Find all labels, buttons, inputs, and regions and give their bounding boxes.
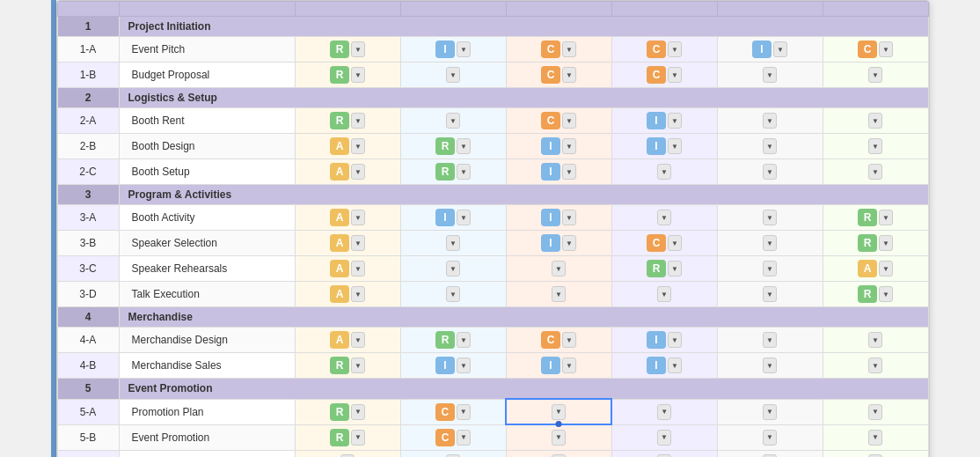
dropdown-arrow-icon[interactable]: ▼	[446, 67, 460, 83]
dropdown-arrow-icon[interactable]: ▼	[868, 138, 882, 154]
dropdown-arrow-icon[interactable]: ▼	[552, 430, 566, 446]
dropdown-arrow-icon[interactable]: ▼	[763, 67, 777, 83]
raci-cell[interactable]: I▼	[400, 353, 506, 379]
dropdown-arrow-icon[interactable]: ▼	[351, 430, 365, 446]
raci-cell[interactable]: R▼	[295, 353, 400, 379]
dropdown-arrow-icon[interactable]: ▼	[763, 430, 777, 446]
dropdown-arrow-icon[interactable]: ▼	[763, 210, 777, 225]
raci-cell[interactable]: ▼	[823, 134, 928, 159]
raci-cell[interactable]: C▼	[400, 399, 506, 424]
dropdown-arrow-icon[interactable]: ▼	[351, 261, 365, 276]
dropdown-arrow-icon[interactable]: ▼	[763, 164, 777, 180]
raci-cell[interactable]: ▼	[823, 353, 928, 379]
raci-cell[interactable]: ▼	[611, 282, 717, 307]
dropdown-arrow-icon[interactable]: ▼	[868, 430, 882, 446]
raci-cell[interactable]: R▼	[400, 134, 506, 159]
dropdown-arrow-icon[interactable]: ▼	[763, 138, 777, 154]
raci-cell[interactable]: C▼	[611, 37, 717, 63]
dropdown-arrow-icon[interactable]: ▼	[351, 41, 365, 57]
raci-cell[interactable]: ▼	[717, 282, 823, 307]
dropdown-arrow-icon[interactable]: ▼	[351, 235, 365, 251]
dropdown-arrow-icon[interactable]: ▼	[562, 235, 576, 251]
dropdown-arrow-icon[interactable]: ▼	[562, 332, 576, 348]
dropdown-arrow-icon[interactable]: ▼	[457, 41, 471, 57]
dropdown-arrow-icon[interactable]: ▼	[351, 164, 365, 180]
raci-cell[interactable]: ▼	[823, 399, 928, 424]
dropdown-arrow-icon[interactable]: ▼	[657, 404, 671, 420]
dropdown-arrow-icon[interactable]: ▼	[351, 67, 365, 83]
dropdown-arrow-icon[interactable]: ▼	[562, 357, 576, 373]
dropdown-arrow-icon[interactable]: ▼	[351, 404, 365, 420]
dropdown-arrow-icon[interactable]: ▼	[457, 430, 471, 446]
raci-cell[interactable]: A▼	[295, 134, 400, 159]
raci-cell[interactable]: ▼	[717, 424, 823, 450]
raci-cell[interactable]: I▼	[611, 108, 717, 134]
dropdown-arrow-icon[interactable]: ▼	[562, 41, 576, 57]
dropdown-arrow-icon[interactable]: ▼	[446, 454, 460, 458]
dropdown-arrow-icon[interactable]: ▼	[763, 404, 777, 420]
raci-cell[interactable]: ▼	[611, 205, 717, 231]
raci-cell[interactable]: R▼	[295, 63, 400, 88]
dropdown-arrow-icon[interactable]: ▼	[457, 332, 471, 348]
dropdown-arrow-icon[interactable]: ▼	[763, 454, 777, 458]
raci-cell[interactable]: R▼	[823, 282, 928, 307]
dropdown-arrow-icon[interactable]: ▼	[657, 454, 671, 458]
raci-cell[interactable]: ▼	[823, 63, 928, 88]
raci-cell[interactable]: ▼	[717, 205, 823, 231]
raci-cell[interactable]: ▼	[717, 134, 823, 159]
raci-cell[interactable]: ▼	[717, 256, 823, 282]
dropdown-arrow-icon[interactable]: ▼	[657, 430, 671, 446]
raci-cell[interactable]: ▼	[506, 282, 611, 307]
dropdown-arrow-icon[interactable]: ▼	[668, 67, 682, 83]
raci-cell[interactable]: I▼	[506, 205, 611, 231]
raci-cell[interactable]: C▼	[400, 424, 506, 450]
dropdown-arrow-icon[interactable]: ▼	[351, 113, 365, 129]
raci-cell[interactable]: ▼	[506, 256, 611, 282]
raci-cell[interactable]: C▼	[611, 63, 717, 88]
raci-cell[interactable]: ▼	[717, 353, 823, 379]
raci-cell[interactable]: C▼	[611, 231, 717, 256]
dropdown-arrow-icon[interactable]: ▼	[562, 113, 576, 129]
dropdown-arrow-icon[interactable]: ▼	[763, 235, 777, 251]
raci-cell[interactable]: ▼	[295, 450, 400, 457]
dropdown-arrow-icon[interactable]: ▼	[868, 113, 882, 129]
raci-cell[interactable]: ▼	[400, 231, 506, 256]
raci-cell[interactable]: I▼	[400, 205, 506, 231]
dropdown-arrow-icon[interactable]: ▼	[763, 332, 777, 348]
dropdown-arrow-icon[interactable]: ▼	[446, 286, 460, 302]
raci-cell[interactable]: ▼	[400, 450, 506, 457]
dropdown-arrow-icon[interactable]: ▼	[668, 332, 682, 348]
raci-cell[interactable]: I▼	[611, 328, 717, 353]
dropdown-arrow-icon[interactable]: ▼	[668, 113, 682, 129]
raci-cell[interactable]: ▼	[611, 424, 717, 450]
raci-cell[interactable]: I▼	[611, 353, 717, 379]
raci-cell[interactable]: I▼	[506, 231, 611, 256]
dropdown-arrow-icon[interactable]: ▼	[763, 286, 777, 302]
raci-cell[interactable]: ▼	[823, 108, 928, 134]
dropdown-arrow-icon[interactable]: ▼	[562, 164, 576, 180]
dropdown-arrow-icon[interactable]: ▼	[657, 164, 671, 180]
dropdown-arrow-icon[interactable]: ▼	[457, 164, 471, 180]
raci-cell[interactable]: A▼	[295, 256, 400, 282]
dropdown-arrow-icon[interactable]: ▼	[446, 113, 460, 129]
dropdown-arrow-icon[interactable]: ▼	[668, 41, 682, 57]
raci-cell[interactable]: ▼	[717, 108, 823, 134]
raci-cell[interactable]: ▼	[717, 328, 823, 353]
raci-cell[interactable]: ▼	[717, 159, 823, 185]
raci-cell[interactable]: I▼	[506, 134, 611, 159]
raci-cell[interactable]: A▼	[823, 256, 928, 282]
dropdown-arrow-icon[interactable]: ▼	[879, 210, 893, 225]
dropdown-arrow-icon[interactable]: ▼	[457, 357, 471, 373]
dropdown-arrow-icon[interactable]: ▼	[552, 404, 566, 420]
raci-cell[interactable]: A▼	[295, 159, 400, 185]
dropdown-arrow-icon[interactable]: ▼	[552, 261, 566, 276]
raci-cell[interactable]: ▼	[717, 231, 823, 256]
dropdown-arrow-icon[interactable]: ▼	[562, 67, 576, 83]
raci-cell[interactable]: A▼	[295, 282, 400, 307]
dropdown-arrow-icon[interactable]: ▼	[868, 404, 882, 420]
raci-cell[interactable]: I▼	[717, 37, 823, 63]
dropdown-arrow-icon[interactable]: ▼	[552, 454, 566, 458]
dropdown-arrow-icon[interactable]: ▼	[879, 235, 893, 251]
dropdown-arrow-icon[interactable]: ▼	[868, 67, 882, 83]
dropdown-arrow-icon[interactable]: ▼	[879, 41, 893, 57]
